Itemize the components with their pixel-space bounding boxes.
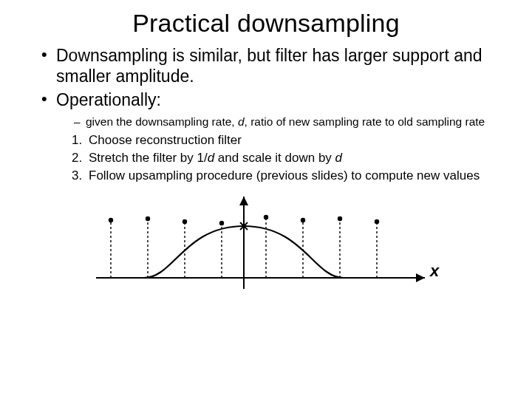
step-1: Choose reconstruction filter xyxy=(86,132,504,149)
sub1-pre: given the downsampling rate, xyxy=(86,115,238,128)
sample-dot xyxy=(109,217,113,222)
sample-dot xyxy=(146,216,150,220)
sample-dot xyxy=(338,216,342,220)
sample-dot xyxy=(264,214,268,219)
bullet-list: Downsampling is similar, but filter has … xyxy=(28,45,504,185)
step2-d1: d xyxy=(208,151,214,165)
sample-dot xyxy=(183,219,187,223)
step-2: Stretch the filter by 1/d and scale it d… xyxy=(86,150,504,166)
sample-dot xyxy=(219,220,224,225)
sub1-d: d xyxy=(238,115,245,128)
sub-bullet-list: given the downsampling rate, d, ratio of… xyxy=(56,115,504,129)
bullet-1: Downsampling is similar, but filter has … xyxy=(41,45,504,86)
slide: Practical downsampling Downsampling is s… xyxy=(0,0,532,399)
sample-dot xyxy=(375,219,379,223)
numbered-steps: Choose reconstruction filter Stretch the… xyxy=(56,132,504,184)
sub1-post: , ratio of new sampling rate to old samp… xyxy=(245,115,485,128)
step-3: Follow upsampling procedure (previous sl… xyxy=(86,168,504,184)
sample-dot xyxy=(301,217,305,222)
slide-title: Practical downsampling xyxy=(28,9,504,38)
y-axis-arrow xyxy=(239,197,248,205)
x-axis-arrow xyxy=(416,273,425,282)
step2-mid: and scale it down by xyxy=(214,151,335,165)
bullet-1-text: Downsampling is similar, but filter has … xyxy=(56,46,482,86)
step-1-text: Choose reconstruction filter xyxy=(89,133,242,147)
filter-figure: x xyxy=(89,189,443,315)
step2-d2: d xyxy=(335,151,342,165)
step2-pre: Stretch the filter by 1/ xyxy=(89,151,208,165)
bullet-2: Operationally: given the downsampling ra… xyxy=(41,89,504,184)
step-3-text: Follow upsampling procedure (previous sl… xyxy=(89,168,480,183)
x-axis-label: x xyxy=(429,262,440,280)
sub-bullet-1: given the downsampling rate, d, ratio of… xyxy=(74,115,504,129)
bullet-2-text: Operationally: xyxy=(56,90,161,109)
